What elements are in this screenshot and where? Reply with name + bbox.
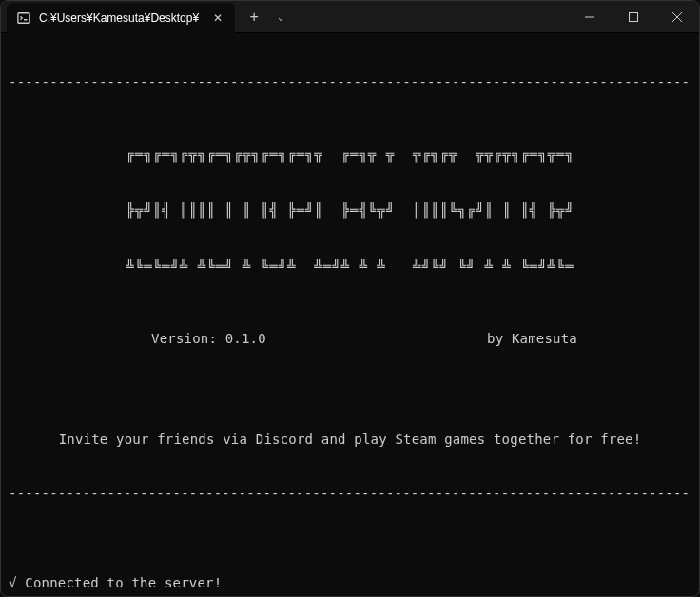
terminal-content: ----------------------------------------… [1, 33, 699, 597]
close-tab-icon[interactable]: ✕ [210, 10, 225, 26]
ascii-title-line1: ╔═╗╔═╗╔╦╗╔═╗╔╦╗╔═╗╔═╗╦ ╔═╗╦ ╦ ╦╔╗╔╦ ╦╦╔╦… [9, 146, 691, 163]
connection-status: √ Connected to the server! [9, 574, 691, 592]
tagline-text: Invite your friends via Discord and play… [9, 431, 691, 449]
ascii-title-line3: ╩╚═╚═╝╩ ╩╚═╝ ╩ ╚═╝╩ ╩═╝╩ ╩ ╩ ╩╝╚╝ ╚╝ ╩ ╩… [9, 259, 691, 275]
new-tab-button[interactable]: + [239, 2, 269, 32]
author-text: by Kamesuta [487, 330, 577, 348]
version-text: Version: 0.1.0 [151, 330, 266, 348]
tab-title: C:¥Users¥Kamesuta¥Desktop¥ [39, 11, 199, 25]
maximize-button[interactable] [612, 1, 655, 33]
window-controls [568, 1, 699, 33]
terminal-icon [16, 10, 31, 26]
svg-rect-2 [630, 13, 638, 22]
ascii-title-line2: ╠╦╝║╣ ║║║║ ║ ║ ║╣ ╠═╝║ ╠═╣╚╦╝ ║║║║╚╗╔╝║ … [9, 202, 691, 219]
meta-row: Version: 0.1.0 by Kamesuta [9, 330, 691, 348]
divider-bottom: ----------------------------------------… [9, 485, 691, 503]
minimize-button[interactable] [568, 1, 612, 33]
close-button[interactable] [655, 1, 699, 33]
terminal-tab[interactable]: C:¥Users¥Kamesuta¥Desktop¥ ✕ [7, 3, 235, 33]
svg-rect-0 [18, 12, 29, 23]
tab-dropdown-icon[interactable]: ⌄ [269, 2, 292, 32]
divider-top: ----------------------------------------… [9, 73, 691, 91]
window-titlebar: C:¥Users¥Kamesuta¥Desktop¥ ✕ + ⌄ [1, 1, 699, 33]
